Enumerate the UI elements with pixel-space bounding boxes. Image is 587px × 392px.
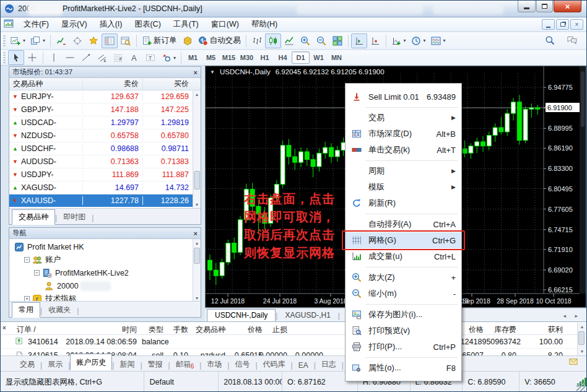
- timeframe-h1-button[interactable]: H1: [256, 51, 274, 64]
- context-menu-item-timeframes[interactable]: 周期▶: [346, 163, 461, 179]
- cursor-button[interactable]: [8, 50, 24, 65]
- table-row[interactable]: 34106142018.09.14 08:06:59balance1241895…: [1, 336, 586, 349]
- trendline-button[interactable]: [78, 50, 94, 65]
- menu-item-window[interactable]: 窗口(W): [205, 18, 245, 31]
- one-click-arrow-icon[interactable]: ▼: [210, 69, 215, 75]
- column-ask[interactable]: 买价: [142, 79, 193, 89]
- context-menu-item-grid[interactable]: 网格(G)Ctrl+G: [346, 232, 461, 248]
- market-watch-row-GBPJPY[interactable]: ▼GBPJPY-147.188147.225: [9, 103, 201, 116]
- context-menu-item-auto-arrange[interactable]: 自动排列(A)Ctrl+A: [346, 216, 461, 232]
- timeframe-d1-button[interactable]: D1: [292, 51, 310, 64]
- context-menu-item-print-preview[interactable]: 打印预览(v): [346, 323, 461, 339]
- context-menu-item-volumes[interactable]: 成交量(u)Ctrl+L: [346, 248, 461, 264]
- crosshair-target-button[interactable]: [69, 33, 85, 48]
- hline-button[interactable]: [62, 50, 78, 65]
- terminal-tab-4[interactable]: 新闻: [114, 357, 140, 372]
- auto-scroll-button[interactable]: [367, 33, 383, 48]
- collapse-icon[interactable]: −: [24, 257, 30, 263]
- context-menu-item-depth-of-market[interactable]: 市场深度(D)Alt+B: [346, 126, 461, 142]
- context-menu-item-one-click-trading[interactable]: 单击交易(k)Alt+T: [346, 142, 461, 158]
- navigator-scrollbar[interactable]: ▲ ▼: [193, 239, 201, 302]
- history-column-5[interactable]: 交易品种: [189, 324, 225, 335]
- terminal-tab-3[interactable]: 账户历史: [70, 354, 112, 370]
- templates-button[interactable]: ▾: [428, 33, 448, 48]
- navigator-item[interactable]: Profit Market HK: [9, 240, 193, 253]
- terminal-tab-2[interactable]: 展示: [42, 357, 68, 372]
- market-watch-row-AUDUSD[interactable]: ▼AUDUSD-0.713630.71383: [9, 155, 201, 168]
- market-watch-tab-1[interactable]: 交易品种: [12, 209, 55, 225]
- history-column-4[interactable]: 手数: [165, 324, 188, 335]
- favorites-button[interactable]: [85, 33, 102, 48]
- column-symbol[interactable]: 交易品种: [9, 79, 82, 89]
- terminal-tab-11[interactable]: 日志: [316, 357, 342, 372]
- context-menu-item-refresh[interactable]: 刷新(R): [346, 195, 461, 211]
- new-order-button[interactable]: 新订单: [139, 33, 180, 48]
- candlestick-button[interactable]: [265, 33, 281, 48]
- history-column-10[interactable]: 获利: [524, 324, 563, 335]
- context-menu-item-save-as-picture[interactable]: 保存为图片(i)...: [346, 307, 461, 323]
- close-icon[interactable]: ×: [194, 230, 198, 237]
- menu-item-insert[interactable]: 插入(I): [93, 18, 129, 31]
- market-watch-row-NZDUSD[interactable]: ▼NZDUSD-0.657580.65780: [9, 129, 201, 142]
- chart-scrollbar[interactable]: [580, 66, 586, 294]
- navigator-item[interactable]: +f技术指标: [9, 292, 193, 301]
- terminal-tab-7[interactable]: 市场: [201, 357, 227, 372]
- terminal-tab-5[interactable]: 警报: [142, 357, 168, 372]
- terminal-tab-1[interactable]: 交易: [14, 357, 40, 372]
- navigator-item[interactable]: 20000: [9, 279, 193, 292]
- history-column-7[interactable]: 止损: [264, 324, 287, 335]
- autotrading-button[interactable]: 自动交易: [196, 33, 243, 48]
- mail-notification-icon[interactable]: [569, 357, 578, 368]
- new-chart-button[interactable]: ▾: [8, 33, 28, 48]
- tab-scroll-arrows[interactable]: ◂ ▸: [563, 313, 581, 321]
- timeframe-mn-button[interactable]: MN: [328, 51, 346, 64]
- chart-tab-2[interactable]: XAGUSD-,H1: [277, 310, 337, 321]
- market-watch-row-XAGUSD[interactable]: ▲XAGUSD-14.69714.732: [9, 181, 201, 194]
- market-watch-row-USDJPY[interactable]: ▼USDJPY-111.869111.887: [9, 168, 201, 181]
- zoom-out-button[interactable]: [313, 33, 329, 48]
- terminal-tab-9[interactable]: 代码库: [258, 357, 291, 372]
- terminal-tab-8[interactable]: 信号: [229, 357, 255, 372]
- terminal-scrollbar[interactable]: ▲ ▼: [577, 323, 586, 355]
- text-button[interactable]: A: [126, 50, 142, 65]
- timeframe-m1-button[interactable]: M1: [184, 51, 202, 64]
- tick-chart-button[interactable]: [53, 33, 69, 48]
- minimize-button[interactable]: [518, 1, 536, 12]
- shapes-button[interactable]: ▾: [159, 50, 178, 65]
- vline-button[interactable]: [46, 50, 62, 65]
- close-icon[interactable]: ×: [194, 69, 198, 76]
- data-window-button[interactable]: [118, 33, 134, 48]
- mdi-minimize-button[interactable]: [542, 19, 555, 30]
- close-button[interactable]: ×: [554, 1, 581, 12]
- line-chart-button[interactable]: [281, 33, 297, 48]
- market-watch-row-EURJPY[interactable]: ▼EURJPY-129.637129.659: [9, 90, 201, 103]
- market-watch-scrollbar[interactable]: ▲ ▼: [193, 90, 201, 209]
- periods-clock-button[interactable]: ▾: [409, 33, 428, 48]
- channel-button[interactable]: E: [94, 50, 110, 65]
- context-menu-item-sell-limit[interactable]: Sell Limit 0.016.93489: [346, 89, 461, 105]
- timeframe-h4-button[interactable]: H4: [274, 51, 292, 64]
- resize-grip[interactable]: [576, 383, 585, 391]
- navigator-tab-2[interactable]: 收藏夹: [42, 303, 77, 317]
- collapse-icon[interactable]: −: [34, 270, 40, 276]
- maximize-button[interactable]: [536, 1, 553, 12]
- profiles-button[interactable]: ▾: [28, 33, 48, 48]
- timeframe-m30-button[interactable]: M30: [238, 51, 256, 64]
- terminal-tab-10[interactable]: EA: [293, 359, 314, 372]
- context-menu-item-zoom-out[interactable]: 缩小(m)-: [346, 285, 461, 302]
- indicators-add-button[interactable]: ▾: [389, 33, 409, 48]
- label-button[interactable]: T: [142, 50, 159, 65]
- search-button[interactable]: [542, 33, 558, 48]
- menu-item-file[interactable]: 文件(F): [17, 18, 55, 31]
- expert-advisors-button[interactable]: [180, 33, 196, 48]
- crosshair-button[interactable]: [24, 50, 40, 65]
- navigator-tab-1[interactable]: 常用: [12, 302, 40, 318]
- column-bid[interactable]: 卖价: [82, 79, 142, 89]
- timeframe-m15-button[interactable]: M15: [220, 51, 238, 64]
- market-watch-tab-2[interactable]: 即时图: [57, 210, 92, 224]
- market-watch-row-XAUUSD[interactable]: ▼XAUUSD-1227.781228.26: [9, 194, 201, 207]
- timeframe-m5-button[interactable]: M5: [202, 51, 220, 64]
- menu-item-view[interactable]: 显示(V): [55, 18, 93, 31]
- context-menu-item-print[interactable]: 打印(P)...Ctrl+P: [346, 339, 461, 355]
- mdi-close-button[interactable]: ×: [570, 19, 583, 30]
